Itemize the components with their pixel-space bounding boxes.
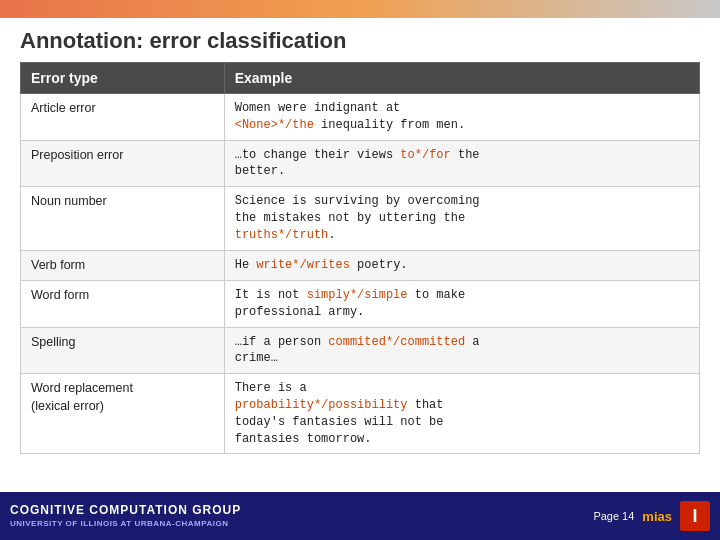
cell-example: It is not simply*/simple to make profess… [224, 281, 699, 328]
cell-example: Science is surviving by overcoming the m… [224, 187, 699, 250]
page-title: Annotation: error classification [0, 18, 720, 62]
table-row: Article errorWomen were indignant at <No… [21, 94, 700, 141]
cell-example: …if a person commited*/committed a crime… [224, 327, 699, 374]
table-row: Verb formHe write*/writes poetry. [21, 250, 700, 281]
table-header-row: Error type Example [21, 63, 700, 94]
cell-type: Preposition error [21, 140, 225, 187]
org-location: UNIVERSITY OF ILLINOIS AT URBANA-CHAMPAI… [10, 519, 241, 529]
table-row: Noun numberScience is surviving by overc… [21, 187, 700, 250]
mias-logo: mias [642, 509, 672, 524]
cell-type: Word replacement (lexical error) [21, 374, 225, 454]
table-row: Word formIt is not simply*/simple to mak… [21, 281, 700, 328]
header-bar [0, 0, 720, 18]
footer-right: Page 14 mias I [593, 501, 710, 531]
cell-type: Verb form [21, 250, 225, 281]
classification-table: Error type Example Article errorWomen we… [20, 62, 700, 454]
cell-example: …to change their views to*/for the bette… [224, 140, 699, 187]
table-container: Error type Example Article errorWomen we… [20, 62, 700, 454]
col-header-example: Example [224, 63, 699, 94]
cell-example: There is a probability*/possibility that… [224, 374, 699, 454]
col-header-type: Error type [21, 63, 225, 94]
cell-type: Spelling [21, 327, 225, 374]
table-row: Preposition error…to change their views … [21, 140, 700, 187]
footer-icon: I [680, 501, 710, 531]
cell-example: He write*/writes poetry. [224, 250, 699, 281]
table-row: Spelling…if a person commited*/committed… [21, 327, 700, 374]
cell-type: Noun number [21, 187, 225, 250]
cell-example: Women were indignant at <None>*/the ineq… [224, 94, 699, 141]
footer: COGNITIVE COMPUTATION GROUP UNIVERSITY O… [0, 492, 720, 540]
org-name: COGNITIVE COMPUTATION GROUP [10, 503, 241, 519]
cell-type: Word form [21, 281, 225, 328]
page-number: Page 14 [593, 510, 634, 522]
footer-org: COGNITIVE COMPUTATION GROUP UNIVERSITY O… [10, 503, 241, 529]
cell-type: Article error [21, 94, 225, 141]
table-row: Word replacement (lexical error)There is… [21, 374, 700, 454]
